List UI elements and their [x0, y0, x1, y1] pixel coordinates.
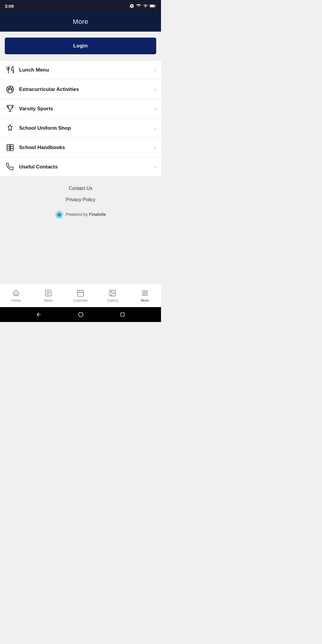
menu-item-uniform-shop[interactable]: School Uniform Shop › — [0, 119, 161, 138]
login-container: Login — [0, 32, 161, 60]
lunch-menu-label: Lunch Menu — [19, 67, 154, 73]
svg-point-20 — [111, 291, 112, 292]
gallery-icon — [109, 289, 117, 297]
chevron-right-icon: › — [154, 67, 156, 73]
pin-icon — [5, 124, 16, 132]
powered-by-text: Powered by Finalsite — [66, 212, 106, 217]
nav-item-news[interactable]: News — [32, 289, 64, 303]
login-button[interactable]: Login — [5, 38, 156, 54]
nav-calendar-label: Calendar — [73, 298, 88, 303]
android-nav-bar — [0, 307, 161, 322]
trophy-icon — [5, 105, 16, 113]
chevron-right-icon: › — [154, 86, 156, 93]
book-icon — [5, 143, 16, 152]
basketball-icon — [5, 85, 16, 94]
menu-item-lunch-menu[interactable]: Lunch Menu › — [0, 61, 161, 80]
menu-list: Lunch Menu › Extracurricular Activities … — [0, 60, 161, 177]
svg-rect-4 — [10, 145, 13, 151]
powered-by: Powered by Finalsite — [55, 210, 106, 219]
svg-rect-1 — [150, 5, 154, 7]
menu-item-extracurricular[interactable]: Extracurricular Activities › — [0, 80, 161, 99]
menu-item-varsity-sports[interactable]: Varsity Sports › — [0, 99, 161, 119]
calendar-icon — [76, 289, 85, 297]
menu-item-handbooks[interactable]: School Handbooks › — [0, 138, 161, 157]
utensils-icon — [5, 66, 16, 74]
android-recents-button[interactable] — [120, 312, 125, 317]
home-icon — [12, 289, 20, 297]
menu-item-contacts[interactable]: Useful Contacts › — [0, 157, 161, 177]
content-area: Login Lunch Menu › — [0, 32, 161, 283]
svg-rect-25 — [121, 313, 124, 316]
page-title: More — [73, 18, 88, 25]
handbooks-label: School Handbooks — [19, 145, 154, 151]
settings-icon — [129, 4, 134, 8]
signal-icon — [143, 4, 148, 8]
bottom-nav: Home News Calendar — [0, 283, 161, 307]
contacts-label: Useful Contacts — [19, 164, 154, 170]
chevron-right-icon: › — [154, 164, 156, 170]
nav-home-label: Home — [11, 298, 21, 303]
nav-gallery-label: Gallery — [107, 298, 118, 303]
nav-news-label: News — [44, 298, 53, 303]
battery-icon — [150, 4, 156, 8]
extracurricular-label: Extracurricular Activities — [19, 86, 154, 92]
svg-rect-3 — [7, 145, 10, 151]
header: More — [0, 12, 161, 32]
contact-us-link[interactable]: Contact Us — [69, 186, 92, 191]
android-home-button[interactable] — [78, 312, 84, 318]
android-back-button[interactable] — [36, 312, 42, 318]
phone-icon — [5, 163, 16, 171]
wifi-icon — [136, 4, 141, 8]
svg-rect-15 — [78, 290, 83, 296]
uniform-shop-label: School Uniform Shop — [19, 125, 154, 131]
status-time: 3:09 — [5, 4, 14, 9]
varsity-sports-label: Varsity Sports — [19, 106, 154, 112]
news-icon — [44, 289, 52, 297]
nav-item-gallery[interactable]: Gallery — [97, 289, 129, 303]
nav-item-calendar[interactable]: Calendar — [64, 289, 97, 303]
status-icons — [129, 4, 156, 8]
svg-marker-10 — [57, 212, 62, 217]
privacy-policy-link[interactable]: Privacy Policy — [66, 197, 95, 202]
footer-links: Contact Us Privacy Policy Powered by Fin… — [0, 177, 161, 222]
nav-more-label: More — [141, 298, 149, 303]
finalsite-logo-icon — [55, 210, 64, 219]
chevron-right-icon: › — [154, 106, 156, 112]
svg-point-24 — [78, 312, 83, 317]
chevron-right-icon: › — [154, 125, 156, 131]
nav-item-more[interactable]: More — [129, 289, 161, 303]
chevron-right-icon: › — [154, 145, 156, 151]
nav-item-home[interactable]: Home — [0, 289, 32, 303]
more-lines-icon — [141, 289, 149, 297]
status-bar: 3:09 — [0, 0, 161, 12]
